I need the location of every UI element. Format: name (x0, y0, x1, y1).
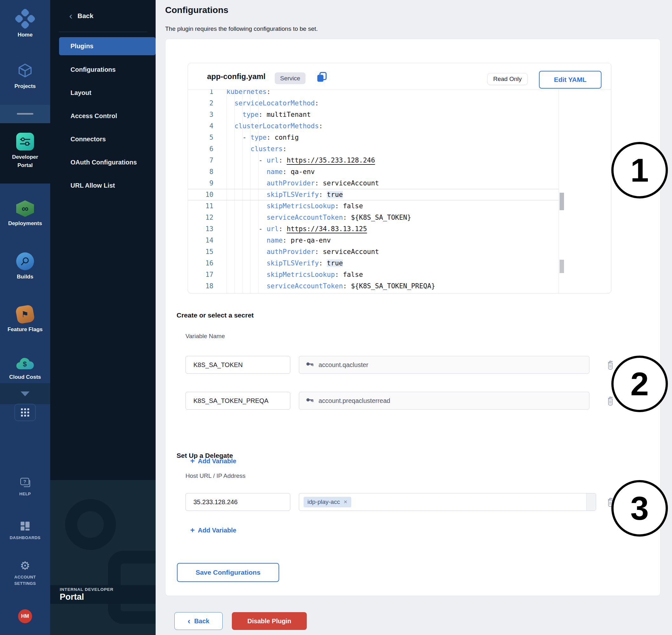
secret-select[interactable]: account.qacluster (299, 356, 589, 374)
line-number: 8 (188, 168, 213, 176)
add-delegate-variable-button[interactable]: + Add Variable (190, 526, 236, 535)
sidebar-nav-item[interactable]: URL Allow List (50, 174, 156, 197)
line-number: 6 (188, 145, 213, 153)
sidebar-nav-item[interactable]: Layout (50, 81, 156, 105)
yaml-key: authProvider (266, 179, 315, 187)
annotation-circle-3: 3 (611, 480, 668, 537)
disable-plugin-button[interactable]: Disable Plugin (232, 612, 307, 630)
collapse-handle[interactable] (17, 113, 33, 115)
line-number: 4 (188, 122, 213, 130)
save-configurations-button[interactable]: Save Configurations (177, 563, 279, 582)
variable-name-input[interactable]: K8S_SA_TOKEN (186, 356, 290, 374)
scrollbar-thumb[interactable] (560, 260, 564, 273)
yaml-key: serviceAccountToken (266, 214, 343, 221)
line-number: 5 (188, 134, 213, 141)
yaml-key: kubernetes (226, 90, 266, 95)
developer-portal-icon (16, 133, 34, 151)
code-line: 8 name : qa-env (188, 166, 611, 177)
line-number: 18 (188, 282, 213, 290)
yaml-key: skipTLSVerify (266, 259, 319, 267)
delegate-rows: 35.233.128.246 idp-play-acc ✕ (186, 493, 636, 529)
back-button[interactable]: ‹ Back (174, 612, 223, 630)
line-number: 15 (188, 248, 213, 256)
help-chat-icon: ? (0, 477, 50, 489)
sidebar-item-label: ACCOUNT SETTINGS (0, 574, 50, 587)
copy-icon[interactable] (316, 71, 327, 83)
back-label: Back (78, 12, 93, 20)
line-number: 12 (188, 214, 213, 221)
host-url-label: Host URL / IP Address (186, 473, 245, 479)
sidebar-item-cloud-costs[interactable]: $ Cloud Costs (0, 356, 50, 381)
sidebar-nav-item[interactable]: Configurations (50, 58, 156, 81)
code-line: 1 kubernetes : (188, 90, 611, 97)
module-picker-button[interactable] (15, 404, 36, 421)
sidebar-item-plugins[interactable]: Plugins (59, 37, 156, 55)
configurations-card: app-config.yaml Service Read Only Edit Y… (165, 39, 660, 596)
sidebar-item-dashboards[interactable]: DASHBOARDS (0, 521, 50, 541)
app-window: Home Projects Developer Portal (0, 0, 672, 635)
code-line: 4 clusterLocatorMethods : (188, 121, 611, 132)
yaml-editor-card: app-config.yaml Service Read Only Edit Y… (188, 63, 611, 293)
user-avatar[interactable]: HM (18, 609, 32, 623)
yaml-value: serviceAccount (323, 248, 379, 256)
rail-expand-chevron[interactable] (0, 392, 50, 396)
host-url-input[interactable]: 35.233.128.246 (186, 493, 290, 511)
code-line: 14 name : pre-qa-env (188, 235, 611, 246)
page-subtitle: The plugin requires the following config… (165, 25, 318, 32)
delegate-select[interactable]: idp-play-acc ✕ (299, 493, 596, 511)
scrollbar-thumb[interactable] (560, 193, 564, 210)
sidebar-item-label: Projects (0, 82, 50, 90)
chevron-down-icon (21, 392, 29, 396)
harness-logo-icon (14, 8, 36, 29)
yaml-value: serviceAccount (323, 179, 379, 187)
code-line: 15 authProvider : serviceAccount (188, 246, 611, 258)
variable-name-input[interactable]: K8S_SA_TOKEN_PREQA (186, 392, 290, 410)
secret-row: K8S_SA_TOKEN account.qacluster (186, 356, 636, 374)
sidebar-decorative-panel: INTERNAL DEVELOPER Portal (50, 480, 156, 635)
plugin-sidebar: ‹ Back Plugins Configurations Layout Acc… (50, 0, 156, 635)
yaml-code-viewport: 1 kubernetes : 2 serviceLocatorMethod : (188, 90, 611, 293)
sidebar-item-developer-portal[interactable]: Developer Portal (0, 133, 50, 170)
sidebar-nav-item[interactable]: Access Control (50, 105, 156, 128)
builds-icon (16, 253, 34, 270)
yaml-key: skipMetricsLookup (266, 271, 335, 279)
sidebar-item-feature-flags[interactable]: ⚑ Feature Flags (0, 306, 50, 334)
sidebar-item-builds[interactable]: Builds (0, 253, 50, 281)
yaml-key: serviceAccountToken (266, 282, 343, 290)
yaml-key: clusters (251, 145, 283, 153)
annotation-circle-1: 1 (611, 142, 668, 198)
remove-tag-button close-icon[interactable]: ✕ (343, 499, 347, 505)
secrets-heading: Create or select a secret (177, 311, 254, 319)
line-number: 9 (188, 179, 213, 187)
yaml-value: https://35.233.128.246 (287, 156, 375, 164)
sidebar-item-help[interactable]: ? HELP (0, 477, 50, 497)
cloud-costs-icon: $ (16, 356, 35, 371)
sidebar-nav-item[interactable]: OAuth Configurations (50, 151, 156, 174)
yaml-code-lines: 1 kubernetes : 2 serviceLocatorMethod : (188, 90, 611, 292)
key-icon (305, 396, 314, 406)
code-line: 2 serviceLocatorMethod : (188, 97, 611, 109)
sidebar-item-projects[interactable]: Projects (0, 63, 50, 90)
edit-yaml-button[interactable]: Edit YAML (539, 71, 602, 89)
line-number: 7 (188, 156, 213, 164)
yaml-value: ${K8S_SA_TOKEN_PREQA} (351, 282, 435, 290)
sidebar-item-label: DASHBOARDS (0, 535, 50, 541)
footer-title: Portal (60, 592, 84, 602)
secret-select-value: account.preqaclusterread (319, 397, 390, 404)
delete-variable-button[interactable] (606, 360, 614, 370)
sidebar-item-label: Cloud Costs (0, 373, 50, 381)
line-number: 16 (188, 259, 213, 267)
sidebar-item-account-settings[interactable]: ⚙ ACCOUNT SETTINGS (0, 560, 50, 587)
delete-variable-button[interactable] (606, 396, 614, 406)
code-line: 13 - url : https://34.83.13.125 (188, 223, 611, 235)
back-nav-button[interactable]: ‹ Back (50, 9, 156, 23)
plus-icon: + (190, 526, 195, 535)
secret-select[interactable]: account.preqaclusterread (299, 392, 589, 410)
sidebar-item-home[interactable]: Home (0, 10, 50, 39)
code-line: 11 skipMetricsLookup : false (188, 200, 611, 212)
key-icon (305, 360, 314, 370)
feature-flags-icon: ⚑ (15, 305, 35, 325)
editor-right-edge (559, 90, 559, 293)
sidebar-item-deployments[interactable]: ∞ Deployments (0, 200, 50, 228)
sidebar-nav-item[interactable]: Connectors (50, 128, 156, 151)
